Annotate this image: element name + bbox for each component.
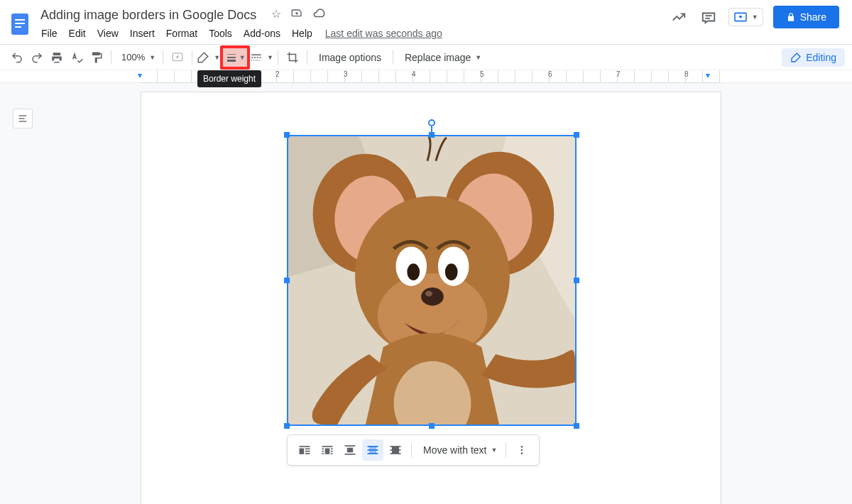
- menu-format[interactable]: Format: [160, 26, 203, 41]
- indent-right-marker[interactable]: ▾: [706, 70, 710, 80]
- image-options-button[interactable]: Image options: [312, 48, 388, 67]
- chevron-down-icon: ▼: [491, 447, 497, 454]
- zoom-dropdown[interactable]: 100%▼: [116, 52, 158, 62]
- svg-rect-2: [15, 23, 25, 24]
- svg-rect-35: [305, 453, 310, 454]
- svg-point-57: [521, 452, 523, 454]
- chevron-down-icon: ▼: [475, 54, 481, 61]
- menu-bar: File Edit View Insert Format Tools Add-o…: [36, 24, 442, 43]
- image-position-toolbar: Move with text▼: [287, 434, 540, 466]
- resize-handle-tl[interactable]: [284, 132, 290, 138]
- chevron-down-icon: ▼: [149, 54, 155, 61]
- behind-text-button[interactable]: [362, 439, 383, 461]
- chevron-down-icon: ▼: [239, 54, 246, 61]
- ruler-tick: 7: [616, 70, 621, 78]
- star-icon[interactable]: ☆: [271, 7, 281, 23]
- separator: [393, 50, 393, 65]
- ruler-tick: 3: [344, 70, 348, 78]
- svg-rect-42: [322, 453, 324, 454]
- svg-point-27: [445, 263, 458, 280]
- ruler[interactable]: ▾ 1 2 3 4 5 6 7 8 ▾: [0, 70, 852, 83]
- paint-format-button[interactable]: [87, 48, 106, 67]
- menu-edit[interactable]: Edit: [63, 26, 92, 41]
- resize-handle-tr[interactable]: [574, 132, 579, 138]
- editing-label: Editing: [806, 52, 836, 63]
- menu-tools[interactable]: Tools: [203, 26, 238, 41]
- comments-icon[interactable]: [699, 7, 719, 27]
- indent-left-marker[interactable]: ▾: [138, 70, 142, 80]
- resize-handle-r[interactable]: [574, 278, 579, 283]
- separator: [278, 50, 278, 65]
- ruler-tick: 5: [480, 70, 484, 78]
- resize-handle-br[interactable]: [574, 423, 579, 429]
- wrap-text-button[interactable]: [317, 439, 338, 461]
- menu-addons[interactable]: Add-ons: [238, 26, 286, 41]
- move-icon[interactable]: [291, 7, 302, 23]
- share-button[interactable]: Share: [773, 6, 839, 28]
- selected-image[interactable]: [287, 135, 577, 426]
- svg-rect-43: [331, 453, 333, 454]
- svg-rect-45: [347, 448, 353, 453]
- activity-icon[interactable]: [669, 7, 689, 27]
- menu-insert[interactable]: Insert: [124, 26, 160, 41]
- undo-button[interactable]: [7, 48, 27, 67]
- crop-button[interactable]: [283, 48, 302, 67]
- document-outline-button[interactable]: [13, 109, 33, 128]
- svg-rect-33: [305, 449, 310, 450]
- menu-view[interactable]: View: [92, 26, 124, 41]
- svg-rect-34: [305, 451, 310, 452]
- resize-handle-l[interactable]: [284, 278, 290, 283]
- svg-rect-44: [345, 445, 356, 447]
- more-options-button[interactable]: [511, 439, 532, 461]
- inline-button[interactable]: [294, 439, 315, 461]
- image-content[interactable]: [287, 135, 577, 426]
- document-title[interactable]: Adding image borders in Google Docs: [36, 6, 261, 24]
- workspace: Move with text▼: [0, 83, 852, 504]
- separator: [307, 50, 307, 65]
- move-with-text-dropdown[interactable]: Move with text▼: [416, 444, 501, 456]
- cloud-status-icon[interactable]: [312, 7, 325, 23]
- tooltip: Border weight: [197, 70, 261, 87]
- present-button[interactable]: ▼: [728, 8, 763, 26]
- svg-rect-36: [322, 446, 333, 447]
- svg-point-56: [521, 449, 523, 451]
- break-text-button[interactable]: [339, 439, 361, 461]
- resize-handle-b[interactable]: [429, 423, 435, 429]
- svg-rect-46: [345, 454, 356, 455]
- chevron-down-icon: ▼: [752, 13, 758, 21]
- document-page[interactable]: Move with text▼: [141, 92, 721, 504]
- border-color-button[interactable]: ▼: [197, 48, 220, 67]
- svg-rect-49: [368, 449, 378, 451]
- cartoon-mouse-image: [288, 136, 575, 424]
- rotate-handle[interactable]: [428, 119, 435, 126]
- resize-handle-bl[interactable]: [284, 423, 290, 429]
- svg-point-28: [421, 287, 444, 306]
- editing-mode-button[interactable]: Editing: [782, 48, 845, 67]
- separator: [506, 443, 506, 457]
- separator: [163, 50, 163, 65]
- replace-image-button[interactable]: Replace image▼: [398, 48, 488, 67]
- border-weight-button[interactable]: ▼: [220, 45, 250, 70]
- svg-point-55: [521, 446, 523, 448]
- add-comment-button[interactable]: [168, 48, 187, 67]
- toolbar: 100%▼ ▼ ▼ ▼ Image options Replace image▼…: [0, 45, 852, 70]
- menu-help[interactable]: Help: [286, 26, 318, 41]
- border-dash-button[interactable]: ▼: [250, 48, 273, 67]
- in-front-text-button[interactable]: [385, 439, 406, 461]
- docs-logo[interactable]: [6, 6, 34, 41]
- menu-file[interactable]: File: [36, 26, 63, 41]
- svg-rect-41: [331, 451, 333, 452]
- ruler-tick: 6: [548, 70, 552, 78]
- spellcheck-button[interactable]: [67, 48, 87, 67]
- replace-image-label: Replace image: [405, 52, 471, 63]
- last-edit-link[interactable]: Last edit was seconds ago: [325, 28, 442, 39]
- ruler-tick: 4: [412, 70, 416, 78]
- svg-rect-3: [15, 26, 21, 28]
- svg-rect-31: [300, 446, 310, 447]
- svg-rect-54: [392, 447, 399, 454]
- svg-rect-32: [300, 449, 305, 454]
- resize-handle-t[interactable]: [429, 132, 435, 138]
- redo-button[interactable]: [27, 48, 47, 67]
- print-button[interactable]: [47, 48, 67, 67]
- share-label: Share: [800, 11, 826, 23]
